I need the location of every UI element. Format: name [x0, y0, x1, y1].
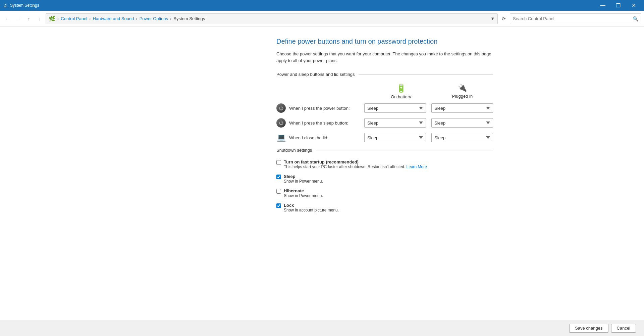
lock-label: Lock — [284, 203, 339, 208]
minimize-button[interactable]: — — [595, 0, 610, 11]
sleep-button-selects: Do nothing Sleep Hibernate Shut down Tur… — [364, 118, 493, 128]
lid-plugged-select[interactable]: Do nothing Sleep Hibernate Shut down Tur… — [431, 133, 493, 142]
sleep-content: Sleep Show in Power menu. — [284, 174, 323, 184]
maximize-button[interactable]: ❐ — [610, 0, 626, 11]
app-icon: 🖥 — [3, 3, 7, 8]
search-input[interactable] — [513, 16, 631, 21]
power-button-text: When I press the power button: — [289, 106, 350, 111]
app-title: System Settings — [10, 3, 592, 8]
back-button[interactable]: ← — [3, 14, 12, 23]
footer: Save changes Cancel — [0, 320, 644, 336]
column-header-battery: 🔋 On battery — [370, 84, 432, 99]
search-box: 🔍 — [510, 13, 641, 24]
plugged-column-label: Plugged in — [452, 94, 473, 99]
column-headers: 🔋 On battery 🔌 Plugged in — [276, 84, 493, 99]
battery-icon: 🔋 — [396, 84, 406, 93]
power-button-icon — [276, 103, 286, 113]
sleep-button-text: When I press the sleep button: — [289, 121, 348, 126]
lid-row: 💻 When I close the lid: Do nothing Sleep… — [276, 133, 493, 142]
lock-checkbox[interactable] — [276, 203, 281, 208]
breadcrumb-system-settings: System Settings — [173, 16, 205, 21]
shutdown-settings: Turn on fast startup (recommended) This … — [276, 159, 493, 212]
lid-selects: Do nothing Sleep Hibernate Shut down Tur… — [364, 133, 493, 142]
address-bar: ← → ↑ ↓ 🌿 › Control Panel › Hardware and… — [0, 11, 644, 27]
breadcrumb-control-panel[interactable]: Control Panel — [61, 16, 87, 21]
hibernate-row: Hibernate Show in Power menu. — [276, 188, 493, 198]
section2-divider — [316, 150, 493, 150]
lid-battery-select[interactable]: Do nothing Sleep Hibernate Shut down Tur… — [364, 133, 426, 142]
lock-desc: Show in account picture menu. — [284, 208, 339, 212]
forward-button[interactable]: → — [13, 14, 23, 23]
section2-title: Shutdown settings — [276, 148, 312, 153]
hibernate-content: Hibernate Show in Power menu. — [284, 188, 323, 198]
address-path[interactable]: 🌿 › Control Panel › Hardware and Sound ›… — [46, 13, 498, 24]
power-button-selects: Do nothing Sleep Hibernate Shut down Tur… — [364, 103, 493, 113]
column-header-plugged: 🔌 Plugged in — [432, 84, 493, 99]
lock-content: Lock Show in account picture menu. — [284, 203, 339, 212]
power-button-label-group: When I press the power button: — [276, 103, 364, 113]
section1-divider — [359, 74, 493, 75]
main-content: Define power buttons and turn on passwor… — [0, 27, 644, 320]
plug-icon: 🔌 — [458, 84, 467, 92]
path-dropdown-icon[interactable]: ▼ — [490, 16, 495, 21]
breadcrumb-hardware[interactable]: Hardware and Sound — [93, 16, 134, 21]
sleep-button-label-group: When I press the sleep button: — [276, 118, 364, 128]
sleep-checkbox[interactable] — [276, 175, 281, 179]
lid-icon: 💻 — [276, 133, 286, 142]
page-description: Choose the power settings that you want … — [276, 51, 493, 64]
save-button[interactable]: Save changes — [569, 324, 608, 333]
fast-startup-desc: This helps start your PC faster after sh… — [284, 164, 427, 169]
power-button-plugged-select[interactable]: Do nothing Sleep Hibernate Shut down Tur… — [431, 103, 493, 113]
down-arrow-button[interactable]: ↓ — [35, 14, 44, 23]
fast-startup-row: Turn on fast startup (recommended) This … — [276, 159, 493, 169]
power-button-battery-select[interactable]: Do nothing Sleep Hibernate Shut down Tur… — [364, 103, 426, 113]
breadcrumb-power-options[interactable]: Power Options — [140, 16, 168, 21]
fast-startup-content: Turn on fast startup (recommended) This … — [284, 159, 427, 169]
battery-column-label: On battery — [391, 94, 411, 99]
sleep-label: Sleep — [284, 174, 323, 179]
section1-header: Power and sleep buttons and lid settings — [276, 72, 493, 77]
up-arrow-button[interactable]: ↑ — [24, 14, 34, 23]
sleep-button-row: When I press the sleep button: Do nothin… — [276, 118, 493, 128]
sleep-desc: Show in Power menu. — [284, 179, 323, 184]
page-title: Define power buttons and turn on passwor… — [276, 38, 493, 45]
window-controls: — ❐ ✕ — [595, 0, 641, 11]
lid-text: When I close the lid: — [289, 135, 328, 140]
sleep-button-battery-select[interactable]: Do nothing Sleep Hibernate Shut down Tur… — [364, 118, 426, 128]
title-bar: 🖥 System Settings — ❐ ✕ — [0, 0, 644, 11]
section1-title: Power and sleep buttons and lid settings — [276, 72, 355, 77]
lid-label-group: 💻 When I close the lid: — [276, 133, 364, 142]
hibernate-label: Hibernate — [284, 188, 323, 193]
sleep-button-icon — [276, 118, 286, 128]
hibernate-checkbox[interactable] — [276, 189, 281, 194]
section2-header: Shutdown settings — [276, 148, 493, 153]
hibernate-desc: Show in Power menu. — [284, 193, 323, 198]
power-button-row: When I press the power button: Do nothin… — [276, 103, 493, 113]
sleep-button-plugged-select[interactable]: Do nothing Sleep Hibernate Shut down Tur… — [431, 118, 493, 128]
lock-row: Lock Show in account picture menu. — [276, 203, 493, 212]
fast-startup-checkbox[interactable] — [276, 160, 281, 165]
sleep-row: Sleep Show in Power menu. — [276, 174, 493, 184]
close-button[interactable]: ✕ — [626, 0, 641, 11]
search-icon[interactable]: 🔍 — [633, 16, 638, 21]
cancel-button[interactable]: Cancel — [611, 324, 636, 333]
path-icon: 🌿 — [49, 15, 55, 22]
fast-startup-label: Turn on fast startup (recommended) — [284, 159, 427, 164]
learn-more-link[interactable]: Learn More — [407, 164, 427, 169]
refresh-button[interactable]: ⟳ — [499, 14, 508, 23]
